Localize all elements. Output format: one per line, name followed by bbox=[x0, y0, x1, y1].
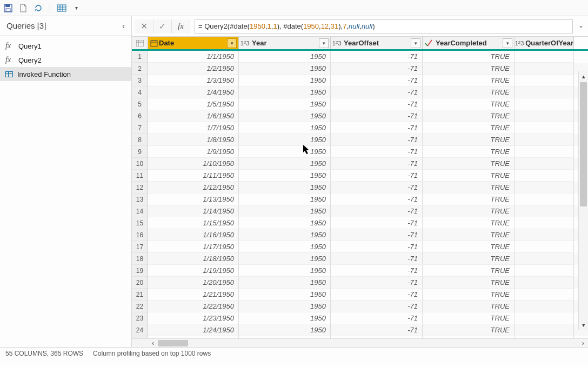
scroll-right-icon[interactable]: › bbox=[578, 339, 588, 347]
table-row[interactable]: 241/24/19501950-71TRUE bbox=[132, 324, 588, 336]
fx-icon[interactable]: fx bbox=[172, 19, 190, 34]
cell-quarterofyear bbox=[514, 265, 574, 277]
cell-yearoffset: -71 bbox=[331, 277, 423, 289]
column-filter-dropdown[interactable]: ▾ bbox=[227, 38, 237, 48]
table-row[interactable]: 31/3/19501950-71TRUE bbox=[132, 75, 588, 86]
formula-input[interactable]: = Query2(#date( 1950, 1, 1 ), #date( 195… bbox=[195, 19, 573, 34]
number-type-icon: 123 bbox=[239, 40, 251, 46]
cell-quarterofyear bbox=[514, 217, 574, 229]
table-row[interactable]: 221/22/19501950-71TRUE bbox=[132, 301, 588, 312]
table-row[interactable]: 131/13/19501950-71TRUE bbox=[132, 193, 588, 205]
row-number: 9 bbox=[132, 146, 148, 158]
formula-commit-button[interactable]: ✓ bbox=[153, 19, 172, 34]
queries-heading: Queries [3] bbox=[6, 21, 46, 30]
cell-yearcompleted: TRUE bbox=[423, 146, 514, 158]
column-filter-dropdown[interactable]: ▾ bbox=[503, 38, 512, 48]
table-row[interactable]: 111/11/19501950-71TRUE bbox=[132, 170, 588, 182]
cell-date: 1/18/1950 bbox=[148, 253, 239, 265]
select-all-corner[interactable] bbox=[132, 37, 148, 49]
number-type-icon: 123 bbox=[331, 40, 343, 46]
table-icon[interactable] bbox=[57, 3, 66, 13]
cell-year: 1950 bbox=[239, 324, 331, 336]
cell-yearoffset: -71 bbox=[331, 75, 423, 86]
cell-year: 1950 bbox=[239, 312, 331, 324]
cell-yearcompleted: TRUE bbox=[423, 75, 514, 86]
column-filter-dropdown[interactable]: ▾ bbox=[411, 38, 420, 48]
table-row[interactable]: 101/10/19501950-71TRUE bbox=[132, 158, 588, 170]
row-number: 15 bbox=[132, 217, 148, 229]
table-row[interactable]: 41/4/19501950-71TRUE bbox=[132, 86, 588, 98]
column-header-yearcompleted[interactable]: YearCompleted ▾ bbox=[423, 37, 514, 49]
qat-more-chevron-icon[interactable]: ▾ bbox=[75, 5, 78, 11]
status-columns-rows: 55 COLUMNS, 365 ROWS bbox=[5, 350, 83, 357]
cell-yearoffset: -71 bbox=[331, 134, 423, 146]
scroll-down-icon[interactable]: ▾ bbox=[579, 320, 588, 330]
cell-yearcompleted: TRUE bbox=[423, 312, 514, 324]
cell-year: 1950 bbox=[239, 301, 331, 312]
cell-date bbox=[148, 336, 239, 338]
scrollbar-thumb[interactable] bbox=[158, 340, 188, 346]
table-row[interactable]: 171/17/19501950-71TRUE bbox=[132, 241, 588, 253]
cell-year: 1950 bbox=[239, 63, 331, 75]
logical-type-icon bbox=[423, 39, 435, 47]
table-row[interactable]: 181/18/19501950-71TRUE bbox=[132, 253, 588, 265]
cell-yearoffset: -71 bbox=[331, 229, 423, 241]
column-header-year[interactable]: 123 Year ▾ bbox=[239, 37, 331, 49]
table-row[interactable]: 21/2/19501950-71TRUE bbox=[132, 63, 588, 75]
table-row[interactable]: 201/20/19501950-71TRUE bbox=[132, 277, 588, 289]
query-item[interactable]: fxQuery1 bbox=[0, 39, 131, 53]
svg-rect-8 bbox=[136, 40, 144, 46]
row-number: 24 bbox=[132, 324, 148, 336]
table-row[interactable]: 121/12/19501950-71TRUE bbox=[132, 182, 588, 193]
scrollbar-thumb[interactable] bbox=[580, 82, 587, 206]
cell-yearoffset: -71 bbox=[331, 63, 423, 75]
query-label: Query1 bbox=[18, 42, 42, 50]
svg-rect-2 bbox=[6, 9, 10, 11]
column-header-quarterofyear[interactable]: 123 QuarterOfYear bbox=[514, 37, 574, 49]
cell-yearoffset: -71 bbox=[331, 51, 423, 63]
table-row[interactable]: 151/15/19501950-71TRUE bbox=[132, 217, 588, 229]
cell-yearcompleted: TRUE bbox=[423, 182, 514, 193]
formula-bar: ✕ ✓ fx = Query2(#date( 1950, 1, 1 ), #da… bbox=[132, 16, 588, 37]
table-row[interactable]: 61/6/19501950-71TRUE bbox=[132, 110, 588, 122]
column-label: YearOffset bbox=[343, 39, 379, 47]
table-row[interactable]: 191/19/19501950-71TRUE bbox=[132, 265, 588, 277]
cell-yearoffset bbox=[331, 336, 423, 338]
scroll-up-icon[interactable]: ▴ bbox=[579, 71, 588, 81]
cell-yearoffset: -71 bbox=[331, 158, 423, 170]
formula-cancel-button[interactable]: ✕ bbox=[135, 19, 153, 34]
horizontal-scrollbar[interactable]: ‹ › bbox=[132, 338, 588, 347]
save-icon[interactable] bbox=[3, 3, 13, 13]
query-item[interactable]: Invoked Function bbox=[0, 67, 131, 81]
document-icon[interactable] bbox=[18, 3, 28, 13]
table-row[interactable]: 11/1/19501950-71TRUE bbox=[132, 51, 588, 63]
table-row[interactable]: 141/14/19501950-71TRUE bbox=[132, 205, 588, 217]
query-item[interactable]: fxQuery2 bbox=[0, 53, 131, 67]
cell-date: 1/23/1950 bbox=[148, 312, 239, 324]
collapse-pane-chevron-icon[interactable]: ‹ bbox=[122, 22, 125, 30]
cell-yearcompleted: TRUE bbox=[423, 51, 514, 63]
formula-expand-chevron-icon[interactable]: ⌄ bbox=[578, 22, 584, 29]
column-header-date[interactable]: Date ▾ bbox=[148, 37, 239, 49]
data-grid: Date ▾ 123 Year ▾ 123 YearOffset ▾ bbox=[132, 37, 588, 338]
table-row[interactable]: 25 bbox=[132, 336, 588, 338]
cell-year: 1950 bbox=[239, 86, 331, 98]
table-row[interactable]: 211/21/19501950-71TRUE bbox=[132, 289, 588, 301]
cell-quarterofyear bbox=[514, 122, 574, 134]
cell-quarterofyear bbox=[514, 324, 574, 336]
table-row[interactable]: 161/16/19501950-71TRUE bbox=[132, 229, 588, 241]
vertical-scrollbar[interactable]: ▴ ▾ bbox=[578, 71, 588, 330]
column-filter-dropdown[interactable]: ▾ bbox=[319, 38, 329, 48]
cell-yearcompleted: TRUE bbox=[423, 241, 514, 253]
refresh-icon[interactable] bbox=[34, 3, 43, 13]
cell-quarterofyear bbox=[514, 241, 574, 253]
cell-date: 1/19/1950 bbox=[148, 265, 239, 277]
table-row[interactable]: 81/8/19501950-71TRUE bbox=[132, 134, 588, 146]
table-row[interactable]: 231/23/19501950-71TRUE bbox=[132, 312, 588, 324]
scroll-left-icon[interactable]: ‹ bbox=[148, 339, 158, 347]
cell-date: 1/21/1950 bbox=[148, 289, 239, 301]
table-row[interactable]: 91/9/19501950-71TRUE bbox=[132, 146, 588, 158]
table-row[interactable]: 71/7/19501950-71TRUE bbox=[132, 122, 588, 134]
table-row[interactable]: 51/5/19501950-71TRUE bbox=[132, 98, 588, 110]
column-header-yearoffset[interactable]: 123 YearOffset ▾ bbox=[331, 37, 423, 49]
